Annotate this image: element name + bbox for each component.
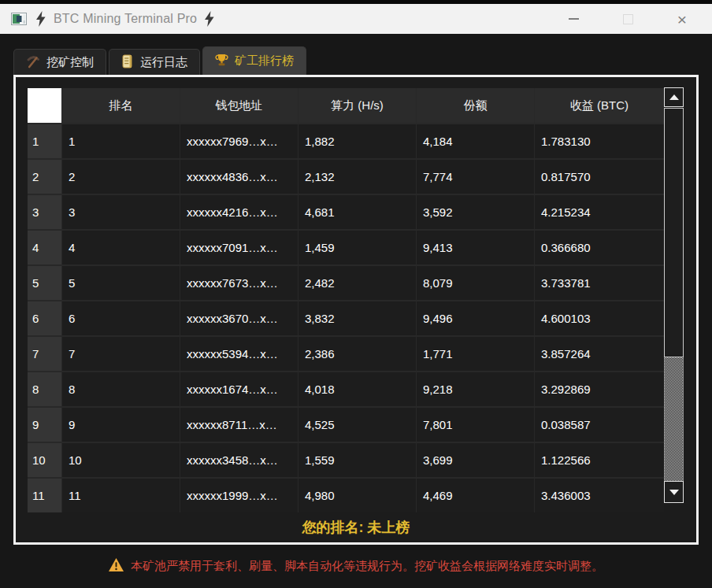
cell-profit[interactable]: 3.857264 [535, 337, 664, 371]
cell-hashrate[interactable]: 4,681 [299, 195, 416, 229]
cell-rank[interactable]: 2 [62, 160, 180, 194]
cell-wallet[interactable]: xxxxxx1999…x… [180, 479, 298, 512]
row-number: 8 [28, 372, 61, 406]
cell-profit[interactable]: 3.733781 [535, 266, 664, 300]
trophy-icon [215, 54, 228, 69]
cell-wallet[interactable]: xxxxxx7091…x… [180, 231, 298, 264]
cell-hashrate[interactable]: 2,132 [299, 160, 416, 194]
cell-profit[interactable]: 1.122566 [535, 443, 664, 477]
scroll-down-button[interactable] [664, 481, 684, 503]
cell-hashrate[interactable]: 4,018 [299, 372, 416, 406]
cell-shares[interactable]: 7,774 [417, 160, 534, 194]
arrow-down-icon [669, 490, 679, 495]
your-rank-label: 您的排名: 未上榜 [16, 518, 696, 537]
cell-wallet[interactable]: xxxxxx7673…x… [180, 266, 298, 300]
cell-shares[interactable]: 4,184 [417, 124, 534, 158]
cell-hashrate[interactable]: 2,386 [299, 337, 416, 371]
cell-profit[interactable]: 3.292869 [535, 372, 664, 406]
minimize-icon [569, 18, 579, 20]
cell-hashrate[interactable]: 1,459 [299, 231, 416, 264]
cell-rank[interactable]: 6 [62, 301, 180, 335]
lightning-icon [36, 11, 46, 27]
cell-rank[interactable]: 11 [62, 479, 180, 512]
cell-profit[interactable]: 0.817570 [535, 160, 664, 194]
scrollbar-thumb[interactable] [664, 108, 684, 357]
column-header-wallet[interactable]: 钱包地址 [180, 88, 298, 123]
cell-wallet[interactable]: xxxxxx7969…x… [180, 124, 298, 158]
tab-label: 矿工排行榜 [235, 54, 294, 68]
cell-hashrate[interactable]: 4,980 [299, 479, 416, 512]
maximize-button[interactable] [610, 4, 646, 34]
cell-shares[interactable]: 9,413 [417, 231, 534, 264]
cell-rank[interactable]: 3 [62, 195, 180, 229]
cell-rank[interactable]: 7 [62, 337, 180, 371]
cell-hashrate[interactable]: 4,525 [299, 408, 416, 442]
pickaxe-icon [26, 54, 40, 71]
cell-hashrate[interactable]: 1,882 [299, 124, 416, 158]
cell-wallet[interactable]: xxxxxx1674…x… [180, 372, 298, 406]
leaderboard-panel: 排名 钱包地址 算力 (H/s) 份额 收益 (BTC) 1 1 xxxxxx7… [13, 75, 699, 545]
minimize-button[interactable] [555, 4, 591, 34]
cell-rank[interactable]: 8 [62, 372, 180, 406]
cell-shares[interactable]: 3,592 [417, 195, 534, 229]
row-number: 5 [28, 266, 61, 300]
warning-triangle-icon [109, 558, 124, 575]
cell-wallet[interactable]: xxxxxx4216…x… [180, 195, 298, 229]
scroll-up-button[interactable] [664, 87, 684, 107]
close-icon: × [677, 11, 687, 28]
row-number: 7 [28, 337, 61, 371]
cell-wallet[interactable]: xxxxxx4836…x… [180, 160, 298, 194]
cell-rank[interactable]: 4 [62, 231, 180, 264]
row-number: 9 [28, 408, 61, 442]
row-number: 4 [28, 231, 61, 264]
cell-hashrate[interactable]: 1,559 [299, 443, 416, 477]
cell-shares[interactable]: 7,801 [417, 408, 534, 442]
cell-hashrate[interactable]: 3,832 [299, 301, 416, 335]
cell-shares[interactable]: 3,699 [417, 443, 534, 477]
cell-wallet[interactable]: xxxxxx5394…x… [180, 337, 298, 371]
row-number: 3 [28, 195, 61, 229]
tab-label: 运行日志 [140, 55, 187, 70]
cell-wallet[interactable]: xxxxxx3670…x… [180, 301, 298, 335]
cell-shares[interactable]: 4,469 [417, 479, 534, 512]
cell-hashrate[interactable]: 2,482 [299, 266, 416, 300]
cell-rank[interactable]: 1 [62, 124, 180, 158]
row-number: 6 [28, 301, 61, 335]
cell-profit[interactable]: 0.366680 [535, 231, 664, 264]
cell-profit[interactable]: 0.038587 [535, 408, 664, 442]
cell-wallet[interactable]: xxxxxx8711…x… [180, 408, 298, 442]
scroll-icon [121, 54, 134, 71]
app-window: BTC Mining Terminal Pro × 挖矿控制 [0, 0, 712, 588]
window-title: BTC Mining Terminal Pro [54, 12, 197, 26]
tab-miner-leaderboard[interactable]: 矿工排行榜 [202, 46, 306, 75]
cell-shares[interactable]: 1,771 [417, 337, 534, 371]
maximize-icon [623, 14, 633, 24]
row-number: 1 [28, 124, 61, 158]
column-header-rank[interactable]: 排名 [62, 88, 180, 123]
column-header-shares[interactable]: 份额 [417, 88, 534, 123]
app-image-icon [11, 13, 27, 25]
cell-profit[interactable]: 1.783130 [535, 124, 664, 158]
row-number: 11 [28, 479, 61, 512]
cell-wallet[interactable]: xxxxxx3458…x… [180, 443, 298, 477]
leaderboard-table: 排名 钱包地址 算力 (H/s) 份额 收益 (BTC) 1 1 xxxxxx7… [28, 88, 664, 512]
cell-rank[interactable]: 9 [62, 408, 180, 442]
cell-shares[interactable]: 8,079 [417, 266, 534, 300]
cell-profit[interactable]: 3.436003 [535, 479, 664, 512]
tab-bar: 挖矿控制 运行日志 [13, 46, 306, 75]
cell-rank[interactable]: 5 [62, 266, 180, 300]
tab-run-log[interactable]: 运行日志 [109, 49, 200, 75]
cell-profit[interactable]: 4.215234 [535, 195, 664, 229]
cell-rank[interactable]: 10 [62, 443, 180, 477]
scrollbar-track[interactable] [664, 357, 684, 481]
tab-mining-control[interactable]: 挖矿控制 [13, 49, 106, 75]
column-header-profit[interactable]: 收益 (BTC) [535, 88, 664, 123]
row-number: 10 [28, 443, 61, 477]
cell-shares[interactable]: 9,218 [417, 372, 534, 406]
column-header-hashrate[interactable]: 算力 (H/s) [299, 88, 416, 123]
cell-shares[interactable]: 9,496 [417, 301, 534, 335]
vertical-scrollbar[interactable] [664, 87, 684, 503]
close-button[interactable]: × [664, 4, 700, 34]
row-number: 2 [28, 160, 61, 194]
cell-profit[interactable]: 4.600103 [535, 301, 664, 335]
